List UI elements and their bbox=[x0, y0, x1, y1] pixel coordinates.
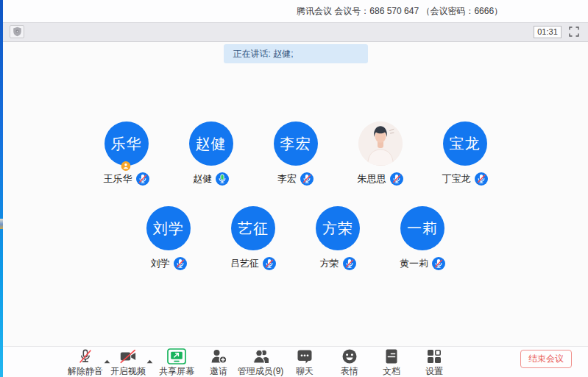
participant-photo-avatar bbox=[358, 121, 403, 166]
participant-initials-avatar: 李宏 bbox=[274, 121, 318, 166]
participant-tile[interactable]: 宝龙丁宝龙 bbox=[425, 121, 506, 186]
participant-name: 刘学 bbox=[151, 257, 170, 270]
participant-row-1: 乐华 王乐华 赵健赵健 李宏李宏 朱思思 宝龙丁宝龙 bbox=[3, 121, 588, 186]
mic-muted-badge-icon bbox=[390, 172, 403, 186]
participant-name: 吕艺征 bbox=[230, 257, 259, 270]
shield-icon bbox=[13, 27, 22, 37]
participant-name: 李宏 bbox=[277, 172, 297, 186]
participant-row-2: 刘学刘学 艺征吕艺征 方荣方荣 一莉黄一莉 bbox=[3, 206, 588, 270]
participant-tile[interactable]: 艺征吕艺征 bbox=[213, 206, 294, 270]
participant-tile[interactable]: 刘学刘学 bbox=[128, 206, 209, 270]
app-screen: 腾讯会议 会议号：686 570 647 （会议密码：6666） 01:31 正… bbox=[0, 0, 588, 377]
participant-name-row: 黄一莉 bbox=[382, 257, 463, 270]
mic-muted-badge-icon bbox=[300, 172, 314, 186]
speaking-indicator: 正在讲话: 赵健; bbox=[224, 44, 368, 63]
mic-muted-badge-icon bbox=[174, 257, 187, 270]
participant-name: 朱思思 bbox=[358, 172, 386, 186]
participant-name: 赵健 bbox=[193, 172, 212, 186]
participant-tile[interactable]: 方荣方荣 bbox=[297, 206, 378, 270]
participant-name-row: 李宏 bbox=[255, 172, 336, 186]
participant-tile[interactable]: 朱思思 bbox=[340, 121, 421, 186]
toolbar-item-settings[interactable]: 设置 bbox=[405, 348, 464, 377]
participant-name-row: 方荣 bbox=[297, 257, 378, 270]
fullscreen-button[interactable] bbox=[569, 27, 579, 37]
fullscreen-icon bbox=[569, 27, 579, 37]
participant-tile[interactable]: 李宏李宏 bbox=[255, 121, 336, 186]
avatar-label: 刘学 bbox=[153, 219, 184, 239]
participant-initials-avatar: 宝龙 bbox=[443, 121, 487, 166]
avatar-label: 李宏 bbox=[280, 134, 311, 154]
participant-name-row: 丁宝龙 bbox=[425, 172, 506, 186]
participant-name-row: 王乐华 bbox=[86, 172, 167, 186]
avatar-label: 方荣 bbox=[322, 219, 353, 239]
host-badge-icon bbox=[121, 161, 130, 170]
participant-name-row: 刘学 bbox=[128, 257, 209, 270]
meeting-timer: 01:31 bbox=[534, 26, 562, 38]
meeting-stage: 正在讲话: 赵健; 乐华 王乐华 赵健赵健 李宏李宏 朱思思 宝龙丁宝龙 bbox=[3, 42, 588, 346]
avatar-label: 宝龙 bbox=[450, 134, 481, 154]
participant-initials-avatar: 乐华 bbox=[105, 121, 149, 166]
mic-muted-badge-icon bbox=[432, 257, 445, 270]
participant-name: 方荣 bbox=[320, 257, 339, 270]
avatar-label: 乐华 bbox=[111, 134, 142, 154]
mic-active-badge-icon bbox=[216, 172, 229, 186]
participant-name: 黄一莉 bbox=[400, 257, 428, 270]
participant-initials-avatar: 赵健 bbox=[189, 121, 233, 166]
settings-icon bbox=[405, 348, 464, 364]
participant-initials-avatar: 一莉 bbox=[400, 206, 444, 250]
security-shield-button[interactable] bbox=[10, 25, 24, 38]
participant-name: 王乐华 bbox=[104, 172, 132, 186]
participant-tile[interactable]: 赵健赵健 bbox=[171, 121, 252, 186]
avatar-label: 一莉 bbox=[407, 219, 438, 239]
control-bar: 01:31 bbox=[3, 22, 588, 42]
avatar-label: 艺征 bbox=[238, 219, 269, 239]
mic-muted-badge-icon bbox=[343, 257, 356, 270]
participant-initials-avatar: 艺征 bbox=[231, 206, 275, 250]
participant-tile[interactable]: 一莉黄一莉 bbox=[382, 206, 463, 270]
mic-muted-badge-icon bbox=[263, 257, 276, 270]
mic-muted-badge-icon bbox=[136, 172, 149, 186]
bottom-toolbar: 结束会议 解除静音 开启视频 共享屏幕 邀请 管理成员(9) 聊天 表情 文档 … bbox=[3, 346, 588, 377]
end-meeting-button[interactable]: 结束会议 bbox=[520, 350, 572, 368]
toolbar-item-label: 设置 bbox=[405, 365, 464, 377]
meeting-window: 腾讯会议 会议号：686 570 647 （会议密码：6666） 01:31 正… bbox=[3, 0, 588, 377]
participant-name-row: 朱思思 bbox=[340, 172, 421, 186]
participant-name: 丁宝龙 bbox=[442, 172, 471, 186]
mic-muted-badge-icon bbox=[475, 172, 488, 186]
participant-tile[interactable]: 乐华 王乐华 bbox=[86, 121, 167, 186]
participant-initials-avatar: 方荣 bbox=[316, 206, 360, 250]
participant-name-row: 吕艺征 bbox=[213, 257, 294, 270]
participant-name-row: 赵健 bbox=[171, 172, 252, 186]
meeting-title: 腾讯会议 会议号：686 570 647 （会议密码：6666） bbox=[297, 0, 503, 22]
participant-initials-avatar: 刘学 bbox=[146, 206, 191, 250]
avatar-label: 赵健 bbox=[196, 134, 227, 154]
titlebar: 腾讯会议 会议号：686 570 647 （会议密码：6666） bbox=[3, 0, 588, 22]
